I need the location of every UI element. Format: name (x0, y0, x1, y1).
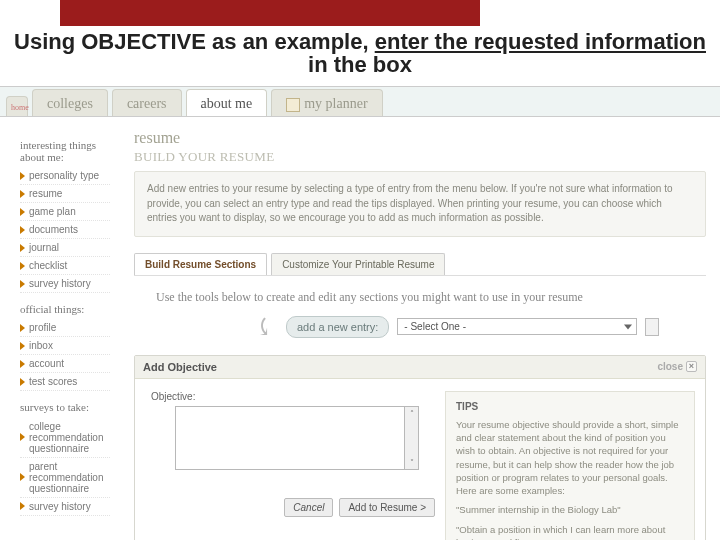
panel-title: Add Objective (143, 361, 217, 373)
arrow-decor-icon: ⤹ (254, 313, 278, 341)
sb-item-account[interactable]: account (20, 355, 110, 373)
tips-panel: TIPS Your resume objective should provid… (445, 391, 695, 540)
sb-link[interactable]: personality type (29, 170, 99, 181)
sb-link[interactable]: checklist (29, 260, 67, 271)
tips-example: "Obtain a position in which I can learn … (456, 523, 684, 540)
slide-title: Using OBJECTIVE as an example, enter the… (0, 26, 720, 86)
chevron-icon (20, 226, 25, 234)
sb-link[interactable]: survey history (29, 278, 91, 289)
sb-link[interactable]: game plan (29, 206, 76, 217)
tab-my-planner[interactable]: my planner (271, 89, 382, 116)
sidebar: interesting things about me: personality… (0, 117, 120, 540)
sidebar-head-official: official things: (20, 303, 110, 315)
sb-item-surveyhistory[interactable]: survey history (20, 275, 110, 293)
sb-link[interactable]: survey history (29, 501, 91, 512)
cancel-button[interactable]: Cancel (284, 498, 333, 517)
tab-about-me[interactable]: about me (186, 89, 268, 116)
chevron-icon (20, 280, 25, 288)
page-title: resume (134, 129, 706, 147)
sidebar-head-interesting: interesting things about me: (20, 139, 110, 163)
subtab-customize[interactable]: Customize Your Printable Resume (271, 253, 445, 275)
sidebar-list-interesting: personality type resume game plan docume… (20, 167, 110, 293)
objective-label: Objective: (145, 391, 435, 402)
sb-link[interactable]: inbox (29, 340, 53, 351)
chevron-icon (20, 208, 25, 216)
sb-item-surveyhist2[interactable]: survey history (20, 498, 110, 516)
chevron-icon (20, 244, 25, 252)
add-entry-select[interactable]: - Select One - (397, 318, 637, 335)
slide-banner (60, 0, 480, 26)
chevron-icon (20, 342, 25, 350)
chevron-icon (20, 473, 25, 481)
sb-item-checklist[interactable]: checklist (20, 257, 110, 275)
sb-item-inbox[interactable]: inbox (20, 337, 110, 355)
chevron-icon (20, 262, 25, 270)
sb-item-profile[interactable]: profile (20, 319, 110, 337)
sb-item-testscores[interactable]: test scores (20, 373, 110, 391)
close-icon: × (686, 361, 697, 372)
sb-link[interactable]: account (29, 358, 64, 369)
sb-link[interactable]: documents (29, 224, 78, 235)
scroll-up-icon: ˄ (410, 409, 414, 418)
tab-home[interactable]: home (6, 96, 28, 116)
sb-item-personality[interactable]: personality type (20, 167, 110, 185)
tips-example: "Summer internship in the Biology Lab" (456, 503, 684, 516)
sb-link[interactable]: test scores (29, 376, 77, 387)
close-button[interactable]: close × (657, 361, 697, 372)
section-hint: Use the tools below to create and edit a… (156, 290, 706, 305)
sb-link[interactable]: profile (29, 322, 56, 333)
tab-my-planner-label: my planner (304, 96, 367, 111)
chevron-icon (20, 360, 25, 368)
add-entry-label: add a new entry: (286, 316, 389, 338)
title-text-post: in the box (308, 52, 412, 77)
panel-header: Add Objective close × (135, 356, 705, 379)
sidebar-head-surveys: surveys to take: (20, 401, 110, 413)
title-text-plain: Using OBJECTIVE as an example, (14, 29, 375, 54)
objective-form: Objective: ˄˅ Cancel Add to Resume > (145, 391, 435, 540)
app-frame: home colleges careers about me my planne… (0, 86, 720, 540)
resume-subtabs: Build Resume Sections Customize Your Pri… (134, 253, 706, 276)
sb-link[interactable]: parent recommendation questionnaire (29, 461, 110, 494)
title-text-underline: enter the requested information (375, 29, 706, 54)
tips-body: Your resume objective should provide a s… (456, 418, 684, 498)
chevron-icon (20, 502, 25, 510)
main-content: resume BUILD YOUR RESUME Add new entries… (120, 117, 720, 540)
planner-icon (286, 98, 300, 112)
add-entry-row: ⤹ add a new entry: - Select One - (254, 313, 706, 341)
tab-careers[interactable]: careers (112, 89, 182, 116)
chevron-icon (20, 324, 25, 332)
subtab-build[interactable]: Build Resume Sections (134, 253, 267, 275)
sb-link[interactable]: resume (29, 188, 62, 199)
chevron-icon (20, 433, 25, 441)
info-panel: Add new entries to your resume by select… (134, 171, 706, 237)
sb-link[interactable]: journal (29, 242, 59, 253)
sidebar-list-surveys: college recommendation questionnaire par… (20, 418, 110, 516)
page-subtitle: BUILD YOUR RESUME (134, 149, 706, 165)
sb-item-parent-rec[interactable]: parent recommendation questionnaire (20, 458, 110, 498)
sb-item-gameplan[interactable]: game plan (20, 203, 110, 221)
add-to-resume-button[interactable]: Add to Resume > (339, 498, 435, 517)
sb-link[interactable]: college recommendation questionnaire (29, 421, 110, 454)
main-nav: home colleges careers about me my planne… (0, 87, 720, 117)
chevron-icon (20, 378, 25, 386)
tab-colleges[interactable]: colleges (32, 89, 108, 116)
scroll-down-icon: ˅ (410, 458, 414, 467)
objective-textarea[interactable] (175, 406, 405, 470)
sidebar-list-official: profile inbox account test scores (20, 319, 110, 391)
add-objective-panel: Add Objective close × Objective: ˄˅ (134, 355, 706, 540)
chevron-icon (20, 190, 25, 198)
tips-title: TIPS (456, 400, 684, 414)
select-extra-button[interactable] (645, 318, 659, 336)
sb-item-documents[interactable]: documents (20, 221, 110, 239)
sb-item-college-rec[interactable]: college recommendation questionnaire (20, 418, 110, 458)
chevron-icon (20, 172, 25, 180)
sb-item-journal[interactable]: journal (20, 239, 110, 257)
close-label: close (657, 361, 683, 372)
sb-item-resume[interactable]: resume (20, 185, 110, 203)
textarea-scrollbar[interactable]: ˄˅ (405, 406, 419, 470)
